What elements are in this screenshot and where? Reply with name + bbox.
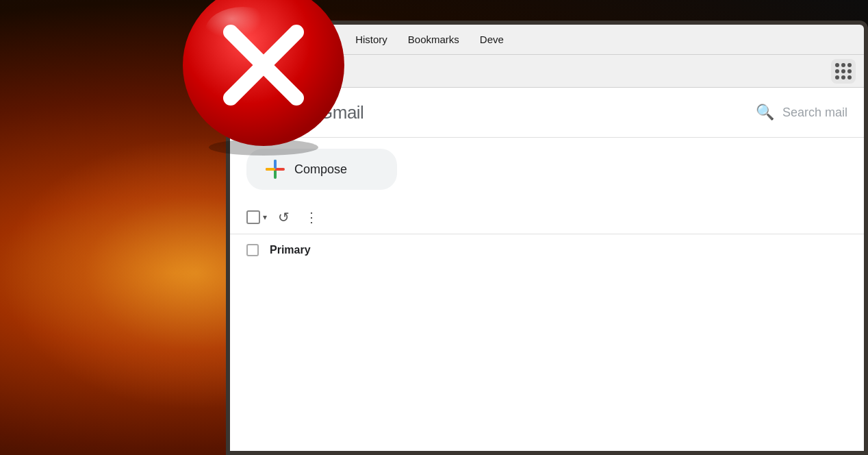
compose-button[interactable]: Compose — [246, 149, 397, 190]
compose-plus-icon — [266, 160, 285, 179]
laptop-frame: ile Edit View History Bookmarks Deve › — [226, 21, 868, 455]
svg-rect-8 — [266, 168, 275, 171]
compose-label: Compose — [294, 162, 347, 177]
menu-item-file[interactable]: ile — [244, 34, 254, 45]
browser-menubar: ile Edit View History Bookmarks Deve — [230, 25, 864, 55]
menu-item-history[interactable]: History — [355, 34, 387, 45]
select-dropdown-arrow[interactable]: ▾ — [263, 212, 267, 223]
gmail-logo: Gmail — [279, 99, 363, 126]
search-placeholder: Search mail — [782, 106, 847, 120]
select-all-checkbox[interactable] — [246, 210, 260, 224]
gmail-toolbar: ▾ ↺ ⋮ — [230, 201, 864, 234]
menu-item-edit[interactable]: Edit — [275, 34, 292, 45]
gmail-m-icon — [279, 99, 315, 126]
svg-rect-7 — [274, 160, 277, 169]
grid-icon — [835, 63, 852, 79]
chevron-right-icon: › — [247, 65, 251, 77]
menu-item-bookmarks[interactable]: Bookmarks — [408, 34, 459, 45]
forward-button[interactable]: › — [238, 60, 260, 82]
hamburger-icon: ☰ — [251, 103, 264, 121]
inbox-checkbox[interactable] — [246, 244, 259, 256]
gmail-header: ☰ Gmail — [230, 88, 864, 138]
menu-item-view[interactable]: View — [313, 34, 335, 45]
more-options-button[interactable]: ⋮ — [301, 206, 322, 228]
search-area: 🔍 Search mail — [756, 103, 847, 121]
sidebar-icon — [272, 65, 288, 77]
browser-toolbar: › — [230, 55, 864, 88]
gmail-wordmark: Gmail — [319, 102, 363, 123]
menu-item-developer[interactable]: Deve — [480, 34, 504, 45]
apps-grid-button[interactable] — [831, 59, 856, 84]
primary-label: Primary — [270, 244, 311, 256]
inbox-area: Primary — [230, 234, 864, 266]
select-all-area[interactable]: ▾ — [246, 210, 267, 224]
search-icon[interactable]: 🔍 — [756, 103, 774, 121]
gmail-content: ☰ Gmail — [230, 88, 864, 451]
hamburger-menu-button[interactable]: ☰ — [246, 99, 268, 125]
refresh-button[interactable]: ↺ — [272, 206, 295, 228]
primary-tab-row: Primary — [246, 240, 847, 260]
sidebar-toggle-button[interactable] — [266, 59, 294, 84]
